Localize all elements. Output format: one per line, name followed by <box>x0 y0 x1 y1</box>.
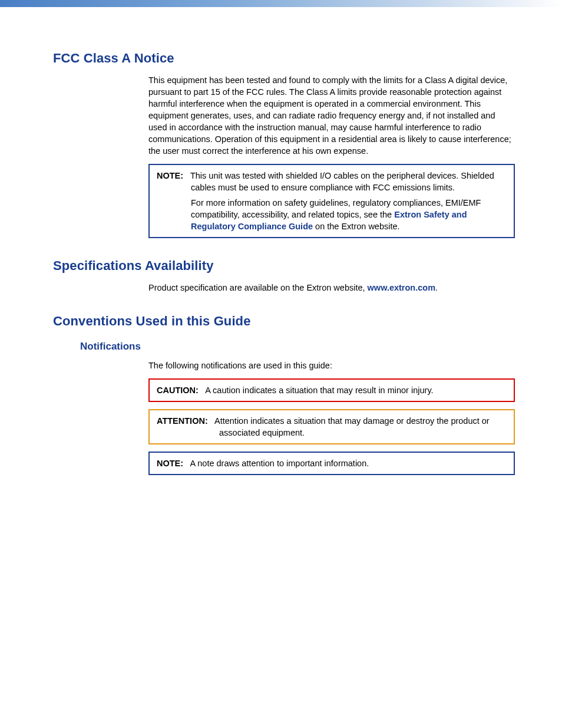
attention-box: ATTENTION: Attention indicates a situati… <box>148 409 515 444</box>
spec-section: Specifications Availability Product spec… <box>53 258 515 294</box>
fcc-section: FCC Class A Notice This equipment has be… <box>53 51 515 238</box>
spec-heading: Specifications Availability <box>53 258 515 274</box>
extron-link[interactable]: www.extron.com <box>368 283 435 292</box>
notifications-subheading: Notifications <box>80 341 515 353</box>
attention-line: ATTENTION: Attention indicates a situati… <box>157 415 507 439</box>
note-text: A note draws attention to important info… <box>190 459 369 468</box>
fcc-note-p2: For more information on safety guideline… <box>157 197 507 232</box>
caution-box: CAUTION: A caution indicates a situation… <box>148 378 515 402</box>
caution-line: CAUTION: A caution indicates a situation… <box>157 384 507 396</box>
spec-text-a: Product specification are available on t… <box>148 283 368 292</box>
conventions-heading: Conventions Used in this Guide <box>53 314 515 329</box>
conventions-section: Conventions Used in this Guide Notificat… <box>53 314 515 475</box>
note-label-2: NOTE: <box>157 459 183 468</box>
attention-text: Attention indicates a situation that may… <box>214 416 490 437</box>
spec-body: Product specification are available on t… <box>148 282 515 294</box>
note-box: NOTE: A note draws attention to importan… <box>148 452 515 475</box>
fcc-heading: FCC Class A Notice <box>53 51 515 66</box>
attention-label: ATTENTION: <box>157 416 208 426</box>
caution-text: A caution indicates a situation that may… <box>205 386 433 395</box>
caution-label: CAUTION: <box>157 386 199 395</box>
spec-text-b: . <box>435 283 438 292</box>
page-content: FCC Class A Notice This equipment has be… <box>0 7 562 475</box>
fcc-note-text1: This unit was tested with shielded I/O c… <box>190 171 494 192</box>
fcc-body: This equipment has been tested and found… <box>148 74 515 157</box>
note-label: NOTE: <box>157 171 183 180</box>
top-gradient-bar <box>0 0 562 7</box>
fcc-note-text2b: on the Extron website. <box>313 222 400 231</box>
notifications-intro: The following notifications are used in … <box>148 360 515 371</box>
note-line: NOTE: A note draws attention to importan… <box>157 457 507 469</box>
fcc-note-p1: NOTE: This unit was tested with shielded… <box>157 170 507 193</box>
fcc-note-box: NOTE: This unit was tested with shielded… <box>148 164 515 238</box>
